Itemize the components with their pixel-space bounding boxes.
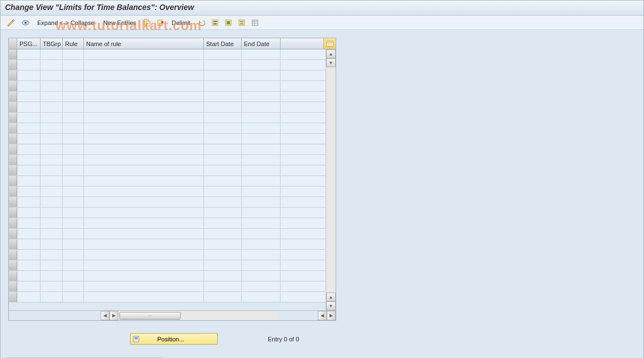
table-select-all-header[interactable]: [9, 38, 17, 49]
table-row[interactable]: [9, 49, 326, 60]
cell-tbgrp[interactable]: [41, 218, 63, 228]
cell-psg[interactable]: [17, 197, 41, 207]
cell-psg[interactable]: [17, 292, 41, 302]
cell-name[interactable]: [84, 144, 204, 154]
cell-start-date[interactable]: [204, 260, 242, 270]
cell-start-date[interactable]: [204, 113, 242, 123]
cell-psg[interactable]: [17, 271, 41, 281]
table-row[interactable]: [9, 60, 326, 70]
cell-rule[interactable]: [63, 281, 84, 291]
row-selector[interactable]: [9, 60, 17, 70]
row-selector[interactable]: [9, 176, 17, 186]
cell-tbgrp[interactable]: [41, 113, 63, 123]
table-row[interactable]: [9, 218, 326, 229]
cell-rule[interactable]: [63, 218, 84, 228]
cell-psg[interactable]: [17, 176, 41, 186]
table-row[interactable]: [9, 144, 326, 155]
table-row[interactable]: [9, 239, 326, 250]
cell-rule[interactable]: [63, 186, 84, 196]
cell-psg[interactable]: [17, 123, 41, 133]
table-row[interactable]: [9, 165, 326, 176]
cell-rule[interactable]: [63, 102, 84, 112]
cell-name[interactable]: [84, 250, 204, 260]
cell-start-date[interactable]: [204, 292, 242, 302]
cell-tbgrp[interactable]: [41, 165, 63, 175]
cell-end-date[interactable]: [242, 81, 281, 91]
cell-start-date[interactable]: [204, 165, 242, 175]
cell-rule[interactable]: [63, 250, 84, 260]
cell-tbgrp[interactable]: [41, 176, 63, 186]
scroll-right-end-icon[interactable]: ▶: [327, 311, 336, 320]
cell-psg[interactable]: [17, 281, 41, 291]
table-row[interactable]: [9, 260, 326, 271]
cell-tbgrp[interactable]: [41, 271, 63, 281]
cell-tbgrp[interactable]: [41, 197, 63, 207]
cell-name[interactable]: [84, 60, 204, 70]
cell-end-date[interactable]: [242, 208, 281, 218]
cell-psg[interactable]: [17, 60, 41, 70]
cell-rule[interactable]: [63, 134, 84, 144]
row-selector[interactable]: [9, 208, 17, 218]
delimit-button[interactable]: Delimit: [168, 18, 194, 27]
cell-rule[interactable]: [63, 155, 84, 165]
cell-name[interactable]: [84, 197, 204, 207]
cell-end-date[interactable]: [242, 92, 281, 102]
cell-tbgrp[interactable]: [41, 239, 63, 249]
vertical-scrollbar[interactable]: ▲ ▼ ▲ ▼: [326, 49, 336, 310]
table-row[interactable]: [9, 70, 326, 81]
cell-tbgrp[interactable]: [41, 92, 63, 102]
vscroll-track[interactable]: [326, 67, 336, 293]
cell-tbgrp[interactable]: [41, 49, 63, 59]
copy-icon[interactable]: [142, 18, 153, 28]
cell-name[interactable]: [84, 186, 204, 196]
cell-end-date[interactable]: [242, 134, 281, 144]
cell-rule[interactable]: [63, 197, 84, 207]
cell-start-date[interactable]: [204, 186, 242, 196]
cell-name[interactable]: [84, 176, 204, 186]
cell-end-date[interactable]: [242, 229, 281, 239]
table-row[interactable]: [9, 229, 326, 239]
select-block-icon[interactable]: [223, 18, 234, 28]
cell-psg[interactable]: [17, 155, 41, 165]
hscroll-thumb[interactable]: ···: [119, 312, 181, 320]
cell-start-date[interactable]: [204, 176, 242, 186]
table-row[interactable]: [9, 208, 326, 218]
cell-start-date[interactable]: [204, 281, 242, 291]
cell-end-date[interactable]: [242, 102, 281, 112]
cell-psg[interactable]: [17, 70, 41, 80]
cell-tbgrp[interactable]: [41, 292, 63, 302]
cell-tbgrp[interactable]: [41, 102, 63, 112]
cell-end-date[interactable]: [242, 113, 281, 123]
cell-tbgrp[interactable]: [41, 60, 63, 70]
cell-tbgrp[interactable]: [41, 186, 63, 196]
cell-tbgrp[interactable]: [41, 81, 63, 91]
cell-tbgrp[interactable]: [41, 281, 63, 291]
cell-end-date[interactable]: [242, 292, 281, 302]
cell-rule[interactable]: [63, 176, 84, 186]
cell-psg[interactable]: [17, 250, 41, 260]
cell-psg[interactable]: [17, 165, 41, 175]
cell-name[interactable]: [84, 208, 204, 218]
scroll-up-end-icon[interactable]: ▲: [326, 293, 336, 301]
cell-name[interactable]: [84, 70, 204, 80]
column-header-tbgrp[interactable]: TBGrp: [41, 38, 63, 49]
row-selector[interactable]: [9, 102, 17, 112]
cell-rule[interactable]: [63, 49, 84, 59]
select-all-icon[interactable]: [209, 18, 221, 28]
cell-name[interactable]: [84, 271, 204, 281]
cell-rule[interactable]: [63, 123, 84, 133]
position-button[interactable]: Position...: [130, 333, 218, 345]
row-selector[interactable]: [9, 271, 17, 281]
row-selector[interactable]: [9, 218, 17, 228]
column-header-name[interactable]: Name of rule: [84, 38, 204, 49]
cell-tbgrp[interactable]: [41, 123, 63, 133]
cell-name[interactable]: [84, 165, 204, 175]
cell-start-date[interactable]: [204, 144, 242, 154]
cell-end-date[interactable]: [242, 49, 281, 59]
row-selector[interactable]: [9, 70, 17, 80]
cell-start-date[interactable]: [204, 81, 242, 91]
cell-start-date[interactable]: [204, 197, 242, 207]
cell-psg[interactable]: [17, 92, 41, 102]
cell-name[interactable]: [84, 81, 204, 91]
cell-psg[interactable]: [17, 134, 41, 144]
